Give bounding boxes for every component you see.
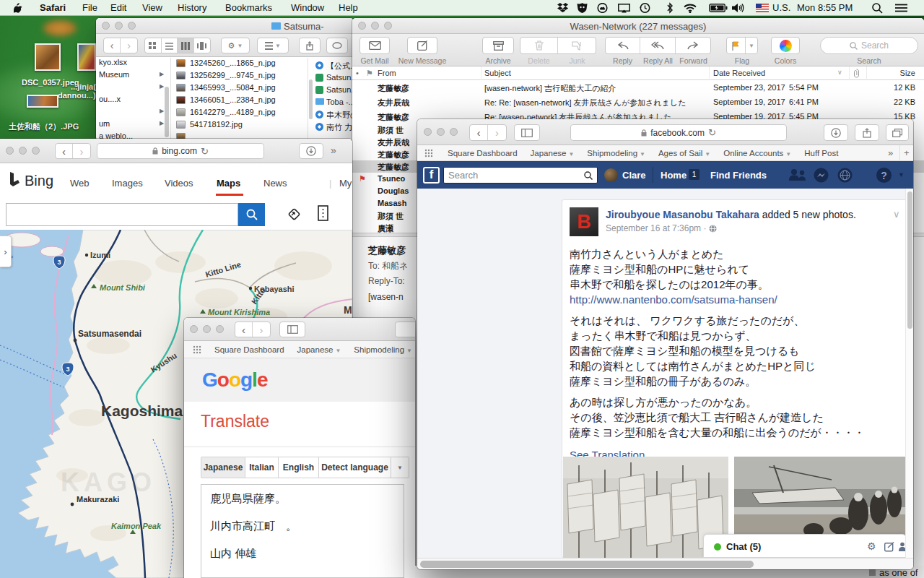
- forward-button[interactable]: [676, 38, 710, 53]
- file-name[interactable]: 【公式...: [326, 61, 354, 72]
- favorite-item[interactable]: Square Dashboard: [448, 149, 518, 158]
- close-button[interactable]: [6, 147, 14, 155]
- gear-icon[interactable]: ⚙ ▼: [222, 38, 249, 53]
- file-name[interactable]: Toba -...: [326, 98, 354, 106]
- friend-requests-icon[interactable]: [788, 168, 807, 181]
- reply-button[interactable]: [606, 38, 640, 53]
- nav-web[interactable]: Web: [70, 178, 90, 189]
- downloads-button[interactable]: [299, 143, 323, 159]
- message-row[interactable]: 友井辰哉 Re: Re: [wasen-network] 友井辰哉さんが参加され…: [352, 95, 924, 109]
- column-from[interactable]: From: [378, 69, 396, 77]
- zoom-button[interactable]: [32, 147, 40, 155]
- menu-item-safari[interactable]: Safari: [40, 2, 66, 13]
- coverflow-view-icon[interactable]: [194, 38, 210, 53]
- chat-label[interactable]: Chat (5): [726, 541, 761, 552]
- favorite-item[interactable]: Online Accounts▼: [723, 149, 791, 158]
- bluetooth-icon[interactable]: [666, 2, 674, 14]
- arrange-icon[interactable]: ▼: [258, 38, 288, 53]
- back-icon[interactable]: ‹: [470, 125, 488, 140]
- tab-overview-button[interactable]: [886, 124, 909, 141]
- menu-item-window[interactable]: Window: [291, 2, 324, 13]
- minimize-button[interactable]: [115, 22, 123, 30]
- sidebar-item[interactable]: um: [99, 119, 110, 128]
- nav-news[interactable]: News: [263, 178, 287, 189]
- file-name[interactable]: 16142279_...4189_n.jpg: [190, 108, 276, 116]
- wifi-icon[interactable]: [684, 4, 697, 13]
- post-timestamp[interactable]: September 16 at 7:36pm ·: [606, 223, 717, 233]
- file-name[interactable]: 南竹 力...: [326, 122, 354, 133]
- archive-button[interactable]: [482, 37, 514, 54]
- file-name[interactable]: 541718192.jpg: [190, 120, 243, 129]
- nav-videos[interactable]: Videos: [165, 178, 193, 189]
- forward-icon[interactable]: ›: [73, 144, 90, 158]
- tab-italian[interactable]: Italian: [245, 457, 279, 478]
- messenger-icon[interactable]: [814, 168, 829, 183]
- finder-arrange-menu[interactable]: ▼: [257, 38, 289, 53]
- zoom-button[interactable]: [450, 128, 458, 136]
- map-search-button[interactable]: [238, 203, 265, 226]
- post-menu-chevron-icon[interactable]: ∨: [893, 209, 900, 220]
- language-dropdown-button[interactable]: ▼: [391, 457, 409, 478]
- nav-buttons[interactable]: ‹ ›: [235, 322, 271, 337]
- share-button[interactable]: [299, 38, 321, 53]
- file-name[interactable]: 串木野の...: [326, 110, 354, 121]
- grid-icon[interactable]: [193, 345, 201, 354]
- get-mail-button[interactable]: [359, 37, 390, 54]
- file-thumbnail[interactable]: [176, 96, 186, 104]
- map-search-input[interactable]: [6, 203, 238, 226]
- toolbar-overflow-icon[interactable]: »: [331, 144, 336, 156]
- desktop-icon-label[interactable]: ...jinja(: [71, 82, 96, 91]
- favorite-item[interactable]: Ages of Sail▼: [658, 149, 710, 158]
- post-avatar[interactable]: B: [570, 207, 598, 236]
- close-button[interactable]: [424, 128, 432, 136]
- file-thumbnail[interactable]: [176, 72, 186, 79]
- home-link[interactable]: Home: [661, 170, 687, 181]
- facebook-logo[interactable]: f: [423, 167, 440, 184]
- chat-compose-icon[interactable]: [884, 542, 894, 552]
- favorite-item[interactable]: Shipmodeling▼: [587, 149, 645, 158]
- flag-column-icon[interactable]: ⚑: [366, 69, 373, 78]
- sidebar-item[interactable]: ou....x: [99, 95, 121, 103]
- directions-icon[interactable]: [286, 206, 302, 222]
- chat-bar[interactable]: Chat (5) ⚙: [703, 534, 907, 558]
- file-name[interactable]: 13245260_...1865_n.jpg: [190, 59, 276, 67]
- file-name[interactable]: 13465993_...5084_n.jpg: [190, 83, 276, 92]
- sort-chevron-icon[interactable]: ∨: [837, 69, 842, 76]
- column-subject[interactable]: Subject: [484, 69, 511, 77]
- file-thumbnail[interactable]: [176, 108, 186, 116]
- facebook-search-field[interactable]: Search: [443, 167, 598, 184]
- desktop-icon-dsc0357[interactable]: [35, 43, 61, 71]
- nav-buttons[interactable]: ‹ ›: [55, 143, 91, 159]
- account-caret-icon[interactable]: ▼: [898, 171, 905, 178]
- colors-button[interactable]: [771, 37, 800, 54]
- menu-item-file[interactable]: File: [82, 2, 97, 13]
- desktop-icon-dannou[interactable]: [77, 43, 96, 71]
- sidebar-item[interactable]: kyo.xlsx: [99, 58, 127, 66]
- sidebar-button[interactable]: [514, 124, 540, 141]
- sidebar-item[interactable]: Museum: [99, 70, 129, 79]
- finder-view-switcher[interactable]: [144, 38, 211, 53]
- file-thumbnail[interactable]: [176, 84, 186, 92]
- message-row[interactable]: 芝藤敏彦 [wasen-network] 吉行昭船大工の紹介 September…: [352, 80, 924, 95]
- new-message-button[interactable]: [407, 37, 437, 54]
- file-name[interactable]: Satsun...: [326, 85, 354, 94]
- new-tab-icon[interactable]: +: [904, 147, 910, 158]
- column-date[interactable]: Date Received: [713, 69, 765, 77]
- facebook-safari-window[interactable]: ‹ › facebook.com ↻ Square Dashboard Japa…: [417, 119, 913, 569]
- favorite-item[interactable]: Square Dashboard: [214, 345, 284, 354]
- nav-maps-active[interactable]: Maps: [217, 178, 240, 189]
- horizontal-scrollbar[interactable]: [417, 558, 913, 569]
- reply-all-button[interactable]: [640, 38, 675, 53]
- back-icon[interactable]: ‹: [56, 144, 73, 158]
- finder-titlebar[interactable]: Satsuma-: [96, 18, 354, 34]
- tab-japanese-selected[interactable]: Japanese: [201, 457, 245, 478]
- streetside-icon[interactable]: [318, 205, 329, 222]
- flag-button[interactable]: [727, 38, 746, 53]
- forward-icon[interactable]: ›: [488, 125, 506, 140]
- avatar[interactable]: [604, 168, 618, 182]
- delete-button[interactable]: [520, 38, 558, 53]
- apple-menu-icon[interactable]: [14, 3, 23, 14]
- address-bar[interactable]: facebook.com ↻: [570, 124, 787, 141]
- grid-icon[interactable]: [424, 149, 433, 158]
- address-bar-partial[interactable]: [395, 322, 415, 337]
